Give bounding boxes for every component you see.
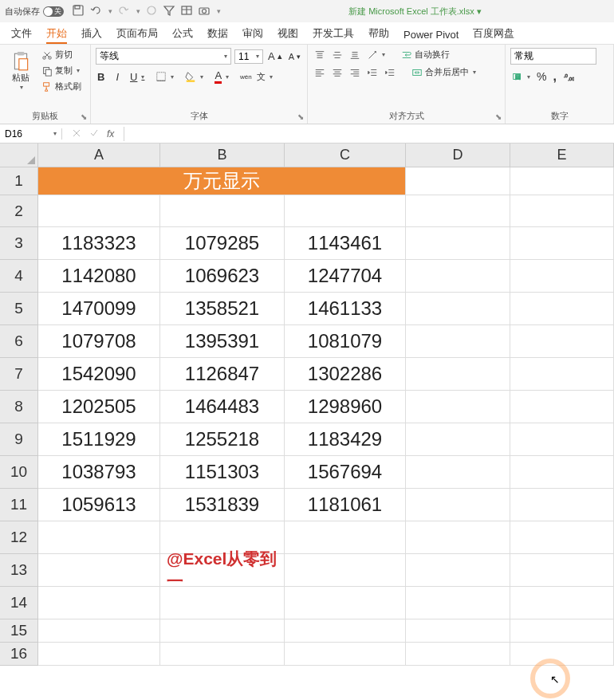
tab-插入[interactable]: 插入 — [81, 26, 102, 44]
cell[interactable] — [510, 587, 614, 619]
cell[interactable] — [510, 195, 614, 227]
cell[interactable] — [406, 456, 510, 489]
fill-color-button[interactable]: ▾ — [183, 70, 205, 83]
table-icon[interactable] — [180, 4, 193, 18]
cell[interactable] — [406, 587, 510, 619]
dialog-launcher-icon[interactable]: ⬊ — [494, 112, 503, 122]
cell[interactable]: 1142080 — [38, 260, 160, 293]
align-middle-icon[interactable] — [330, 49, 344, 61]
cell[interactable] — [406, 489, 510, 521]
cell[interactable]: 1255218 — [160, 423, 285, 456]
column-header[interactable]: D — [406, 144, 510, 167]
tab-百度网盘[interactable]: 百度网盘 — [473, 26, 514, 44]
decrease-indent-icon[interactable] — [365, 66, 380, 79]
cell[interactable] — [510, 325, 614, 358]
cell[interactable] — [510, 521, 614, 554]
cell-area[interactable]: 万元显示118332310792851143461114208010696231… — [38, 167, 614, 666]
cell[interactable] — [160, 587, 285, 619]
cell[interactable] — [510, 358, 614, 391]
bold-button[interactable]: B — [96, 70, 106, 84]
decrease-font-icon[interactable]: A▾ — [287, 51, 302, 62]
select-all-corner[interactable] — [0, 144, 38, 167]
cancel-icon[interactable] — [72, 127, 81, 141]
row-header[interactable]: 3 — [0, 227, 38, 260]
cell[interactable] — [38, 643, 160, 666]
fx-icon[interactable]: fx — [107, 128, 114, 140]
cell[interactable] — [38, 587, 160, 619]
row-header[interactable]: 5 — [0, 293, 38, 325]
cell[interactable]: 1202505 — [38, 391, 160, 423]
row-header[interactable]: 6 — [0, 325, 38, 358]
row-header[interactable]: 12 — [0, 521, 38, 554]
row-header[interactable]: 1 — [0, 167, 38, 195]
cell[interactable] — [510, 643, 614, 666]
cell[interactable]: 1511929 — [38, 423, 160, 456]
row-header[interactable]: 2 — [0, 195, 38, 227]
cell[interactable] — [38, 619, 160, 643]
cell[interactable]: 1302286 — [285, 358, 406, 391]
cell[interactable]: 1183429 — [285, 423, 406, 456]
dialog-launcher-icon[interactable]: ⬊ — [79, 112, 89, 122]
cell[interactable]: 1069623 — [160, 260, 285, 293]
row-header[interactable]: 10 — [0, 456, 38, 489]
cell[interactable] — [510, 293, 614, 325]
tab-公式[interactable]: 公式 — [172, 26, 193, 44]
cell[interactable] — [285, 619, 406, 643]
cell[interactable] — [510, 554, 614, 587]
name-box[interactable]: D16▾ — [0, 128, 62, 140]
increase-decimal-icon[interactable]: .0.00 — [561, 70, 576, 83]
cell[interactable] — [406, 227, 510, 260]
cell[interactable]: 1464483 — [160, 391, 285, 423]
cell[interactable] — [406, 260, 510, 293]
row-header[interactable]: 8 — [0, 391, 38, 423]
cell[interactable] — [285, 521, 406, 554]
camera-icon[interactable] — [198, 4, 211, 18]
tab-文件[interactable]: 文件 — [11, 26, 32, 44]
phonetic-button[interactable]: wén文▾ — [238, 70, 274, 84]
cell[interactable]: 1395391 — [160, 325, 285, 358]
tab-开发工具[interactable]: 开发工具 — [313, 26, 354, 44]
tab-页面布局[interactable]: 页面布局 — [116, 26, 158, 44]
cell[interactable] — [510, 423, 614, 456]
column-header[interactable]: A — [38, 144, 160, 167]
cell[interactable] — [406, 358, 510, 391]
redo-icon[interactable] — [117, 4, 130, 18]
merged-title-cell[interactable]: 万元显示 — [38, 167, 406, 195]
cell[interactable] — [406, 195, 510, 227]
cell[interactable] — [406, 325, 510, 358]
cell[interactable] — [510, 391, 614, 423]
cell[interactable] — [406, 521, 510, 554]
align-center-icon[interactable] — [330, 66, 344, 79]
dialog-launcher-icon[interactable]: ⬊ — [296, 112, 305, 122]
align-right-icon[interactable] — [348, 66, 362, 79]
cell[interactable]: 1151303 — [160, 456, 285, 489]
column-header[interactable]: C — [285, 144, 406, 167]
cell[interactable]: 1079285 — [160, 227, 285, 260]
font-color-button[interactable]: A▾ — [213, 69, 230, 85]
save-icon[interactable] — [72, 4, 85, 18]
italic-button[interactable]: I — [114, 70, 120, 84]
cell[interactable]: 1542090 — [38, 358, 160, 391]
cell[interactable]: 1079708 — [38, 325, 160, 358]
percent-icon[interactable]: % — [535, 69, 548, 84]
cell[interactable] — [510, 260, 614, 293]
cell[interactable]: 1183323 — [38, 227, 160, 260]
cell[interactable]: 1126847 — [160, 358, 285, 391]
row-header[interactable]: 7 — [0, 358, 38, 391]
cell[interactable] — [406, 423, 510, 456]
filter-icon[interactable] — [163, 4, 175, 18]
touch-icon[interactable] — [145, 4, 158, 18]
cell[interactable] — [406, 293, 510, 325]
cell[interactable] — [510, 167, 614, 195]
cell[interactable]: 1181061 — [285, 489, 406, 521]
tab-视图[interactable]: 视图 — [277, 26, 298, 44]
cell[interactable] — [285, 643, 406, 666]
tab-审阅[interactable]: 审阅 — [242, 26, 263, 44]
cell[interactable] — [406, 554, 510, 587]
row-header[interactable]: 9 — [0, 423, 38, 456]
column-header[interactable]: B — [160, 144, 285, 167]
cell[interactable]: 1358521 — [160, 293, 285, 325]
align-left-icon[interactable] — [313, 66, 327, 79]
row-header[interactable]: 15 — [0, 619, 38, 643]
cell[interactable] — [406, 619, 510, 643]
